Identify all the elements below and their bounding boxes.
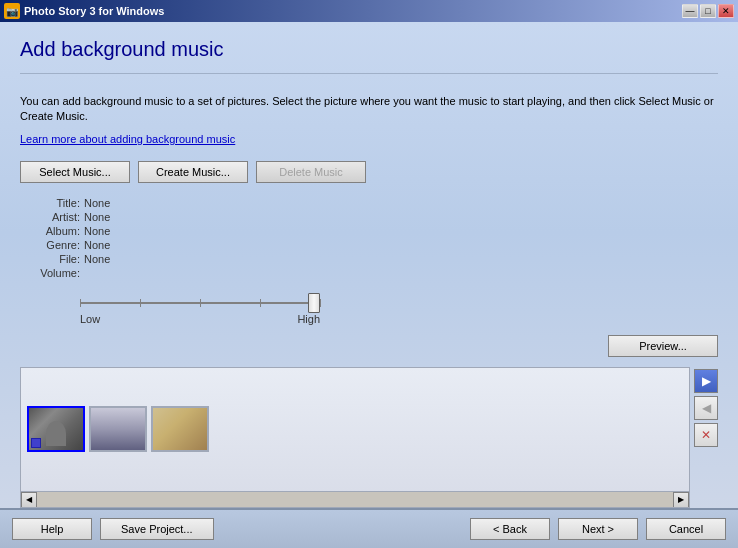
slider-tick-50 <box>200 299 201 307</box>
file-label: File: <box>20 253 80 265</box>
slider-high-label: High <box>297 313 320 325</box>
strip-delete-button[interactable]: ✕ <box>694 423 718 447</box>
scroll-left-button[interactable]: ◀ <box>21 492 37 508</box>
select-music-button[interactable]: Select Music... <box>20 161 130 183</box>
app-icon: 📷 <box>4 3 20 19</box>
photo-thumb-1[interactable] <box>27 406 85 452</box>
music-indicator-1 <box>31 438 41 448</box>
photo-2-preview <box>91 408 145 450</box>
genre-label: Genre: <box>20 239 80 251</box>
cancel-button[interactable]: Cancel <box>646 518 726 540</box>
preview-section: Preview... <box>20 335 718 357</box>
bottom-nav: Help Save Project... < Back Next > Cance… <box>0 508 738 548</box>
scroll-right-button[interactable]: ▶ <box>673 492 689 508</box>
photo-thumb-3[interactable] <box>151 406 209 452</box>
title-label: Title: <box>20 197 80 209</box>
learn-more-link[interactable]: Learn more about adding background music <box>20 133 718 145</box>
artist-value: None <box>84 211 718 223</box>
photo-strip: ◀ ▶ <box>20 367 690 508</box>
photo-thumb-2[interactable] <box>89 406 147 452</box>
preview-button[interactable]: Preview... <box>608 335 718 357</box>
help-button[interactable]: Help <box>12 518 92 540</box>
close-button[interactable]: ✕ <box>718 4 734 18</box>
description-text: You can add background music to a set of… <box>20 94 718 125</box>
album-label: Album: <box>20 225 80 237</box>
file-value: None <box>84 253 718 265</box>
slider-labels: Low High <box>80 313 320 325</box>
next-button[interactable]: Next > <box>558 518 638 540</box>
photo-strip-wrapper: ◀ ▶ ▶ ◀ ✕ <box>20 367 718 508</box>
scroll-track[interactable] <box>37 492 673 507</box>
artist-label: Artist: <box>20 211 80 223</box>
music-info: Title: None Artist: None Album: None Gen… <box>20 197 718 279</box>
back-button[interactable]: < Back <box>470 518 550 540</box>
slider-low-label: Low <box>80 313 100 325</box>
title-bar-text: Photo Story 3 for Windows <box>24 5 678 17</box>
header: Add background music <box>0 22 738 94</box>
maximize-button[interactable]: □ <box>700 4 716 18</box>
music-action-buttons: Select Music... Create Music... Delete M… <box>20 161 718 183</box>
slider-container <box>80 293 718 313</box>
title-bar-buttons: — □ ✕ <box>682 4 734 18</box>
slider-tick-0 <box>80 299 81 307</box>
slider-tick-25 <box>140 299 141 307</box>
slider-tick-100 <box>320 299 321 307</box>
main-window: Add background music You can add backgro… <box>0 22 738 548</box>
horizontal-scrollbar[interactable]: ◀ ▶ <box>21 491 689 507</box>
page-title: Add background music <box>20 38 718 61</box>
volume-value <box>84 267 718 279</box>
genre-value: None <box>84 239 718 251</box>
title-value: None <box>84 197 718 209</box>
strip-controls: ▶ ◀ ✕ <box>694 367 718 508</box>
volume-label: Volume: <box>20 267 80 279</box>
photo-1-preview <box>29 408 83 450</box>
photo-strip-container: ◀ ▶ ▶ ◀ ✕ <box>20 367 718 508</box>
strip-back-button[interactable]: ◀ <box>694 396 718 420</box>
volume-slider-thumb[interactable] <box>308 293 320 313</box>
create-music-button[interactable]: Create Music... <box>138 161 248 183</box>
volume-section: Low High <box>20 293 718 325</box>
slider-tick-75 <box>260 299 261 307</box>
divider <box>20 73 718 74</box>
album-value: None <box>84 225 718 237</box>
volume-slider-track[interactable] <box>80 293 320 313</box>
strip-forward-button[interactable]: ▶ <box>694 369 718 393</box>
photo-3-preview <box>153 408 207 450</box>
delete-music-button[interactable]: Delete Music <box>256 161 366 183</box>
title-bar: 📷 Photo Story 3 for Windows — □ ✕ <box>0 0 738 22</box>
save-project-button[interactable]: Save Project... <box>100 518 214 540</box>
photos-row <box>21 368 689 491</box>
content-area: You can add background music to a set of… <box>0 94 738 508</box>
minimize-button[interactable]: — <box>682 4 698 18</box>
